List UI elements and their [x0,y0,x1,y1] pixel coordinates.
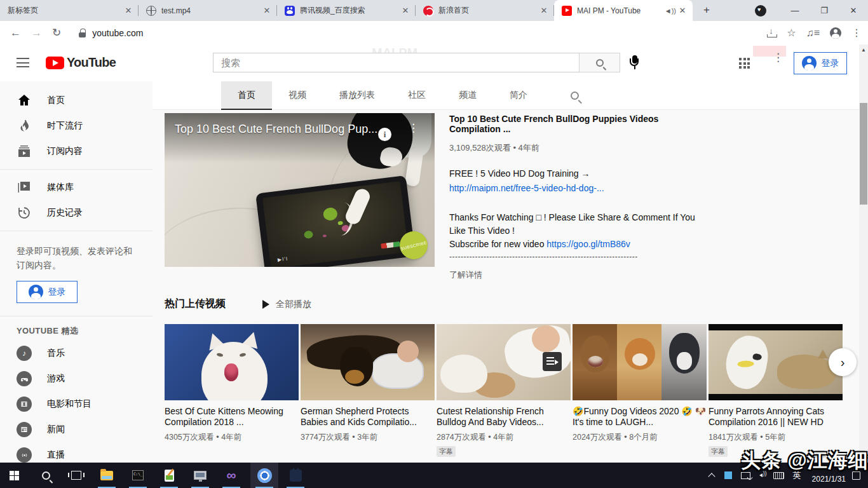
tab-audio-icon[interactable]: ◄)) [665,7,676,15]
search-bar [213,53,620,72]
sidebar-item-history[interactable]: 历史记录 [0,200,153,226]
video-thumbnail-shepherd[interactable] [301,324,435,400]
download-icon[interactable] [766,28,776,38]
sidebar-item-live[interactable]: 直播 [0,442,153,463]
sidebar-item-gaming[interactable]: 游戏 [0,366,153,391]
video-card-title[interactable]: Funny Parrots Annoying Cats Compilation … [709,406,843,428]
video-card[interactable]: German Shepherd Protects Babies and Kids… [301,324,435,443]
search-button[interactable] [579,53,620,72]
description-link[interactable]: https://goo.gl/tmB86v [546,239,630,249]
channel-tab-about[interactable]: 简介 [493,81,544,109]
search-input[interactable] [213,53,579,72]
sidebar-item-subscriptions[interactable]: 订阅内容 [0,139,153,164]
screen-recorder-icon[interactable] [186,463,214,488]
sidebar: 首页 时下流行 订阅内容 媒体库 历史记录 登录即 [0,81,153,463]
description-line: FREE ! 5 Video HD Dog Training → [449,168,705,179]
tab-youtube-active[interactable]: MAI PM - YouTube ◄)) ✕ [554,0,693,21]
video-card[interactable]: Funny Parrots Annoying Cats Compilation … [709,324,843,457]
video-thumbnail-kitten[interactable] [165,324,299,400]
channel-tab-community[interactable]: 社区 [391,81,442,109]
tab-close-icon[interactable]: ✕ [123,6,133,16]
tab-close-icon[interactable]: ✕ [400,6,410,16]
sidebar-item-news[interactable]: 新闻 [0,417,153,442]
tab-new-page[interactable]: 新标签页 ✕ [0,0,139,21]
signin-button[interactable]: 登录 [794,52,847,74]
text-editor-icon[interactable] [155,463,183,488]
tab-tencent-video[interactable]: 腾讯视频_百度搜索 ✕ [277,0,416,21]
video-card[interactable]: 🤣Funny Dog Videos 2020 🤣 🐶 It's time to … [573,324,707,443]
more-options-icon[interactable]: ⋮ [773,55,779,60]
sidebar-signin-button[interactable]: 登录 [17,281,78,303]
description-link[interactable]: http://maipm.net/free-5-video-hd-dog-... [449,183,705,193]
video-player[interactable]: ▶I'I Top 10 Best Cute French BullDog Pup… [165,113,435,267]
task-view-icon[interactable] [62,463,90,488]
dark-app-icon[interactable] [281,463,309,488]
channel-tab-videos[interactable]: 视频 [272,81,323,109]
video-card[interactable]: Cutest Relationship French Bulldog And B… [437,324,571,457]
description-line: Subscribe for new video https://goo.gl/t… [449,238,705,251]
sidebar-item-home[interactable]: 首页 [0,88,153,113]
new-tab-button[interactable]: + [698,2,715,20]
video-thumbnail-parrot-cat[interactable] [709,324,843,400]
tab-sina-home[interactable]: 新浪首页 ✕ [416,0,554,21]
voice-search-mic-icon[interactable] [628,55,642,71]
tab-close-icon[interactable]: ✕ [539,6,549,16]
tab-close-icon[interactable]: ✕ [262,6,272,16]
page-scrollbar[interactable]: ▲ ▼ [859,44,868,463]
sidebar-item-music[interactable]: ♪ 音乐 [0,341,153,366]
screen: 新标签页 ✕ test.mp4 ✕ 腾讯视频_百度搜索 ✕ 新浪首页 ✕ MAI… [0,0,868,488]
maximize-button[interactable]: ❐ [810,0,839,21]
bookmark-star-icon[interactable]: ☆ [787,27,796,39]
video-card-title[interactable]: 🤣Funny Dog Videos 2020 🤣 🐶 It's time to … [573,406,707,428]
sidebar-item-movies[interactable]: 电影和节目 [0,391,153,417]
video-card[interactable]: Best Of Cute Kittens Meowing Compilation… [165,324,299,443]
taskbar-search-icon[interactable] [32,463,60,488]
hamburger-menu-icon[interactable] [17,58,29,67]
visual-studio-icon[interactable]: ∞ [217,463,245,488]
tab-close-icon[interactable]: ✕ [677,6,688,16]
chrome-icon[interactable] [250,463,278,488]
tab-test-mp4[interactable]: test.mp4 ✕ [139,0,277,21]
file-explorer-icon[interactable] [93,463,121,488]
player-menu-icon[interactable]: ⋮ [408,126,414,131]
video-thumbnail-three-dogs[interactable] [573,324,707,400]
video-card-title[interactable]: Cutest Relationship French Bulldog And B… [437,406,571,428]
sidebar-item-trending[interactable]: 时下流行 [0,113,153,139]
close-button[interactable]: ✕ [839,0,868,21]
start-button[interactable] [0,463,28,488]
channel-tab-channels[interactable]: 频道 [442,81,493,109]
film-icon [17,396,32,412]
sidebar-item-label: 媒体库 [47,182,74,193]
forward-icon[interactable]: → [31,27,42,39]
play-all-button[interactable]: 全部播放 [262,299,311,310]
back-icon[interactable]: ← [10,27,21,39]
info-icon[interactable]: i [378,128,391,141]
carousel-next-button[interactable]: › [829,348,857,376]
reload-icon[interactable]: ↻ [52,26,61,39]
extension-badge-icon[interactable] [755,5,766,17]
command-prompt-icon[interactable]: C:\_ [124,463,152,488]
apps-grid-icon[interactable] [739,58,750,69]
sidebar-divider [0,231,153,231]
scrollbar-thumb[interactable] [860,103,867,205]
channel-search-icon[interactable] [571,81,579,109]
address-bar[interactable]: youtube.com [92,28,143,38]
tray-app-icon[interactable] [724,471,732,479]
video-card-title[interactable]: Best Of Cute Kittens Meowing Compilation… [165,406,299,428]
youtube-logo[interactable]: YouTube [46,55,116,70]
signin-promo-text: 登录即可顶视频、发表评论和订阅内容。 [0,236,153,274]
minimize-button[interactable]: — [780,0,810,21]
video-meta: 3,109,528次观看 • 4年前 [449,142,705,154]
channel-tab-home[interactable]: 首页 [221,81,272,109]
tray-expand-icon[interactable] [709,472,715,478]
padlock-icon[interactable] [79,29,86,37]
media-controls-icon[interactable]: ♫≡ [806,27,820,39]
browser-menu-icon[interactable]: ⋮ [851,27,862,39]
channel-tab-playlists[interactable]: 播放列表 [323,81,391,109]
scroll-up-arrow-icon[interactable]: ▲ [859,47,868,53]
browser-profile-avatar[interactable] [830,27,841,39]
sidebar-item-library[interactable]: 媒体库 [0,175,153,200]
show-more-link[interactable]: 了解详情 [449,269,705,281]
video-thumbnail-bulldog-baby[interactable] [437,324,571,400]
video-card-title[interactable]: German Shepherd Protects Babies and Kids… [301,406,435,428]
